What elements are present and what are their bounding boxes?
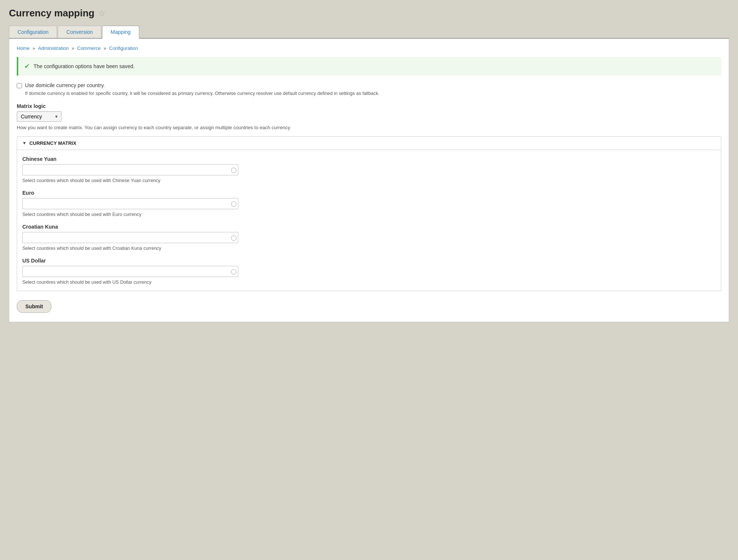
collapse-icon: ▼ <box>22 141 26 145</box>
matrix-header-title: CURRENCY MATRIX <box>29 140 76 146</box>
content-area: Home » Administration » Commerce » Confi… <box>9 39 729 322</box>
multi-select-btn-0[interactable]: ◯ <box>231 167 237 173</box>
matrix-logic-select-wrapper: Currency Country ▼ <box>17 111 61 122</box>
multi-select-wrapper-2: ◯ <box>22 232 238 243</box>
check-icon: ✔ <box>24 62 30 70</box>
currency-input-2[interactable] <box>22 232 238 243</box>
currency-field-3: US Dollar ◯ Select countires which shoul… <box>22 258 716 285</box>
tab-mapping[interactable]: Mapping <box>102 26 139 39</box>
multi-select-wrapper-3: ◯ <box>22 266 238 277</box>
currency-name-3: US Dollar <box>22 258 716 264</box>
tabs-bar: Configuration Conversion Mapping <box>9 26 729 39</box>
breadcrumb-home[interactable]: Home <box>17 45 30 51</box>
breadcrumb-configuration[interactable]: Configuration <box>109 45 138 51</box>
matrix-logic-select[interactable]: Currency Country <box>17 111 61 122</box>
currency-input-1[interactable] <box>22 198 238 209</box>
domicile-label[interactable]: Use domicile currency per country. <box>25 82 105 88</box>
multi-select-btn-3[interactable]: ◯ <box>231 268 237 274</box>
currency-name-2: Croatian Kuna <box>22 224 716 230</box>
currency-field-2: Croatian Kuna ◯ Select countires which s… <box>22 224 716 251</box>
submit-button[interactable]: Submit <box>17 300 51 313</box>
breadcrumb-sep-2: » <box>71 45 76 51</box>
currency-name-0: Chinese Yuan <box>22 156 716 162</box>
multi-select-wrapper-0: ◯ <box>22 164 238 175</box>
multi-select-wrapper-1: ◯ <box>22 198 238 209</box>
matrix-logic-desc: How you want to create matrix. You can a… <box>17 125 721 130</box>
success-message: ✔ The configuration options have been sa… <box>17 57 721 76</box>
domicile-checkbox-row: Use domicile currency per country. <box>17 82 721 88</box>
matrix-body: Chinese Yuan ◯ Select countires which sh… <box>17 150 721 291</box>
currency-matrix-box: ▼ CURRENCY MATRIX Chinese Yuan ◯ Select … <box>17 136 721 291</box>
matrix-header[interactable]: ▼ CURRENCY MATRIX <box>17 137 721 150</box>
breadcrumb: Home » Administration » Commerce » Confi… <box>17 45 721 51</box>
tab-configuration[interactable]: Configuration <box>9 26 57 38</box>
tab-conversion[interactable]: Conversion <box>58 26 101 38</box>
currency-input-3[interactable] <box>22 266 238 277</box>
multi-select-btn-1[interactable]: ◯ <box>231 201 237 207</box>
currency-field-0: Chinese Yuan ◯ Select countires which sh… <box>22 156 716 183</box>
currency-hint-2: Select countires which should be used wi… <box>22 246 161 251</box>
currency-hint-3: Select countires which should be used wi… <box>22 280 152 285</box>
domicile-hint: If domicile currency is enabled for spec… <box>25 90 721 97</box>
breadcrumb-commerce[interactable]: Commerce <box>77 45 101 51</box>
currency-name-1: Euro <box>22 190 716 196</box>
page-title: Currency mapping <box>9 7 95 19</box>
matrix-logic-label: Matrix logic <box>17 103 721 109</box>
favorite-icon[interactable]: ☆ <box>98 9 106 18</box>
breadcrumb-administration[interactable]: Administration <box>38 45 69 51</box>
currency-hint-0: Select countires which should be used wi… <box>22 178 160 183</box>
page-wrapper: Currency mapping ☆ Configuration Convers… <box>0 0 738 560</box>
currency-input-0[interactable] <box>22 164 238 175</box>
success-text: The configuration options have been save… <box>34 63 135 69</box>
page-title-row: Currency mapping ☆ <box>9 7 729 19</box>
currency-field-1: Euro ◯ Select countires which should be … <box>22 190 716 217</box>
currency-hint-1: Select countires which should be used wi… <box>22 212 141 217</box>
breadcrumb-sep-3: » <box>104 45 108 51</box>
breadcrumb-sep-1: » <box>32 45 36 51</box>
domicile-checkbox[interactable] <box>17 83 22 88</box>
multi-select-btn-2[interactable]: ◯ <box>231 235 237 241</box>
